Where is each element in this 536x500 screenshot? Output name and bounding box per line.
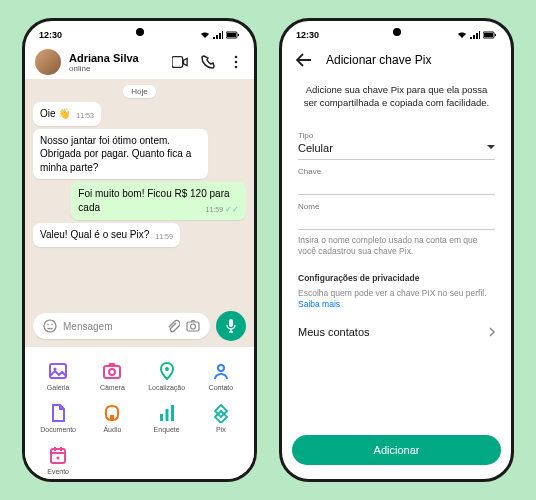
screen-header: Adicionar chave Pix: [282, 45, 511, 75]
video-call-icon[interactable]: [172, 54, 188, 70]
svg-point-24: [57, 457, 60, 460]
name-helper: Insira o nome completo usado na conta em…: [298, 235, 495, 257]
attach-label: Galeria: [47, 384, 70, 391]
signal-icon: [470, 31, 480, 39]
pix-icon: [211, 403, 231, 423]
learn-more-link[interactable]: Saiba mais: [298, 299, 340, 309]
svg-rect-10: [187, 322, 199, 331]
chevron-right-icon: [489, 327, 495, 337]
message-input[interactable]: Mensagem: [33, 313, 210, 339]
mic-icon: [225, 318, 237, 334]
key-label: Chave: [298, 167, 495, 176]
attach-documento[interactable]: Documento: [33, 399, 83, 437]
svg-rect-19: [110, 415, 114, 421]
emoji-icon[interactable]: [43, 319, 57, 333]
signal-icon: [213, 31, 223, 39]
battery-icon: [483, 31, 497, 39]
attach-galeria[interactable]: Galeria: [33, 357, 83, 395]
svg-point-18: [218, 365, 224, 371]
battery-icon: [226, 31, 240, 39]
svg-rect-3: [172, 57, 183, 68]
svg-point-16: [109, 369, 115, 375]
contact-name: Adriana Silva: [69, 52, 164, 64]
attach-câmera[interactable]: Câmera: [87, 357, 137, 395]
message-time: 11:59: [155, 232, 173, 241]
camera-icon: [102, 361, 122, 381]
voice-call-icon[interactable]: [200, 54, 216, 70]
chat-header: Adriana Silva online: [25, 45, 254, 79]
svg-rect-12: [229, 319, 233, 327]
avatar[interactable]: [35, 49, 61, 75]
status-time: 12:30: [296, 30, 319, 40]
camera-notch: [136, 28, 144, 36]
name-input[interactable]: [298, 216, 495, 230]
type-select[interactable]: Celular: [298, 142, 495, 160]
attach-evento[interactable]: Evento: [33, 441, 83, 479]
svg-rect-27: [495, 34, 496, 36]
svg-rect-1: [227, 33, 236, 37]
attach-contato[interactable]: Contato: [196, 357, 246, 395]
message-list: Oie 👋11:53 Nosso jantar foi ótimo ontem.…: [25, 102, 254, 305]
wifi-icon: [200, 31, 210, 39]
chat-background: Hoje Oie 👋11:53 Nosso jantar foi ótimo o…: [25, 79, 254, 347]
gallery-icon: [48, 361, 68, 381]
attach-áudio[interactable]: Áudio: [87, 399, 137, 437]
message-time: 11:59 ✓✓: [206, 205, 239, 216]
camera-icon[interactable]: [186, 320, 200, 332]
svg-point-6: [235, 66, 238, 69]
svg-rect-2: [238, 34, 239, 36]
attach-pix[interactable]: Pix: [196, 399, 246, 437]
back-icon[interactable]: [296, 53, 312, 67]
date-label: Hoje: [123, 85, 155, 98]
location-icon: [157, 361, 177, 381]
attach-label: Pix: [216, 426, 226, 433]
svg-rect-22: [171, 405, 174, 421]
privacy-text: Escolha quem pode ver a chave PIX no seu…: [298, 288, 495, 310]
contact-info[interactable]: Adriana Silva online: [69, 52, 164, 73]
attach-label: Localização: [148, 384, 185, 391]
mic-button[interactable]: [216, 311, 246, 341]
status-time: 12:30: [39, 30, 62, 40]
audio-icon: [102, 403, 122, 423]
page-title: Adicionar chave Pix: [326, 53, 431, 67]
message-bubble[interactable]: Oie 👋11:53: [33, 102, 101, 126]
event-icon: [48, 445, 68, 465]
name-label: Nome: [298, 202, 495, 211]
attach-label: Contato: [209, 384, 234, 391]
type-value: Celular: [298, 142, 333, 154]
more-icon[interactable]: [228, 54, 244, 70]
camera-notch: [393, 28, 401, 36]
attach-label: Evento: [47, 468, 69, 475]
message-bubble[interactable]: Valeu! Qual é o seu Pix?11:59: [33, 223, 180, 247]
type-label: Tipo: [298, 131, 495, 140]
form-intro: Adicione sua chave Pix para que ela poss…: [298, 83, 495, 110]
phone-pix: 12:30 Adicionar chave Pix Adicione sua c…: [279, 18, 514, 482]
svg-rect-21: [165, 409, 168, 421]
attach-localização[interactable]: Localização: [142, 357, 192, 395]
contact-icon: [211, 361, 231, 381]
add-button[interactable]: Adicionar: [292, 435, 501, 465]
pix-form: Adicione sua chave Pix para que ela poss…: [282, 75, 511, 435]
input-placeholder: Mensagem: [63, 321, 160, 332]
privacy-heading: Configurações de privacidade: [298, 273, 495, 283]
attachment-panel: GaleriaCâmeraLocalizaçãoContatoDocumento…: [25, 347, 254, 479]
input-bar: Mensagem: [25, 305, 254, 347]
attach-label: Documento: [40, 426, 76, 433]
contact-status: online: [69, 64, 164, 73]
message-bubble[interactable]: Nosso jantar foi ótimo ontem. Obrigada p…: [33, 129, 208, 180]
svg-rect-20: [160, 414, 163, 421]
attach-icon[interactable]: [166, 319, 180, 333]
key-input[interactable]: [298, 181, 495, 195]
status-icons: [200, 31, 240, 39]
message-time: 11:53: [76, 111, 94, 120]
wifi-icon: [457, 31, 467, 39]
message-bubble[interactable]: Foi muito bom! Ficou R$ 120 para cada11:…: [71, 182, 246, 220]
status-icons: [457, 31, 497, 39]
contacts-selector[interactable]: Meus contatos: [298, 322, 495, 342]
attach-enquete[interactable]: Enquete: [142, 399, 192, 437]
svg-point-11: [191, 324, 196, 329]
dropdown-icon: [487, 145, 495, 150]
contacts-label: Meus contatos: [298, 326, 370, 338]
svg-point-8: [47, 324, 49, 326]
svg-point-17: [165, 367, 169, 371]
